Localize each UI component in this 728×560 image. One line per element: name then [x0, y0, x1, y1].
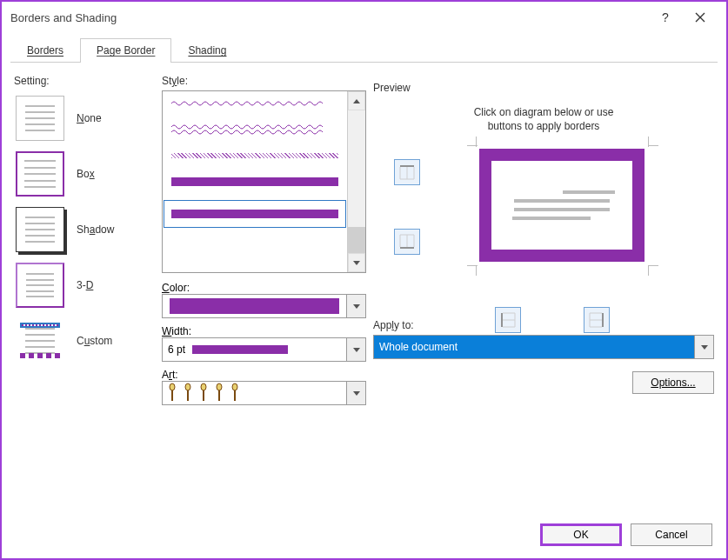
apply-to-label: Apply to:	[373, 319, 714, 331]
apply-to-value: Whole document	[374, 336, 694, 358]
style-option-hatched[interactable]	[168, 149, 342, 163]
style-option-solid-selected[interactable]	[164, 201, 345, 227]
preview-legend: Preview	[373, 82, 714, 94]
style-list[interactable]	[162, 90, 366, 273]
chevron-down-icon	[353, 304, 360, 309]
svg-rect-9	[234, 390, 236, 401]
cancel-button[interactable]: Cancel	[631, 523, 712, 546]
chevron-down-icon	[353, 261, 360, 265]
tab-page-border[interactable]: Page Border	[80, 38, 171, 62]
preview-hint-line2: buttons to apply borders	[488, 120, 600, 132]
setting-shadow-label: Shadow	[77, 223, 114, 236]
art-feather-icon	[184, 383, 192, 403]
style-option-wave-thin[interactable]	[168, 97, 342, 110]
svg-point-0	[170, 383, 175, 390]
svg-rect-20	[501, 313, 503, 327]
apply-to-dropdown-button[interactable]	[694, 336, 713, 358]
width-dropdown-button[interactable]	[346, 338, 365, 361]
setting-label: Setting:	[14, 75, 155, 87]
svg-point-8	[232, 383, 237, 390]
preview-tick	[648, 137, 649, 147]
apply-to-combo[interactable]: Whole document	[373, 335, 714, 359]
preview-tick	[648, 265, 649, 276]
setting-shadow-thumb	[16, 207, 64, 252]
preview-tick	[476, 265, 477, 276]
setting-none-thumb	[16, 96, 64, 141]
art-feather-icon	[215, 383, 224, 403]
art-combo[interactable]	[162, 381, 366, 405]
preview-tick	[648, 265, 658, 266]
scroll-handle[interactable]	[348, 227, 365, 253]
preview-tick	[476, 137, 477, 147]
color-dropdown-button[interactable]	[346, 295, 365, 317]
chevron-up-icon	[353, 99, 360, 103]
width-value: 6 pt	[168, 343, 185, 356]
tab-shading-label: Shading	[188, 44, 226, 57]
scroll-up-button[interactable]	[348, 91, 365, 110]
setting-3d[interactable]: 3-D	[14, 261, 155, 310]
border-top-icon	[399, 164, 415, 180]
setting-none-label: None	[77, 112, 102, 124]
style-option-solid-1[interactable]	[168, 175, 342, 189]
svg-rect-10	[400, 165, 414, 167]
setting-shadow[interactable]: Shadow	[14, 205, 155, 254]
border-right-icon	[589, 312, 604, 328]
svg-point-4	[201, 383, 206, 390]
cancel-button-label: Cancel	[655, 529, 687, 541]
window-title: Borders and Shading	[10, 11, 648, 24]
chevron-down-icon	[353, 391, 360, 396]
svg-point-6	[217, 383, 222, 390]
setting-none[interactable]: None	[14, 94, 155, 143]
svg-point-2	[185, 383, 190, 390]
art-label: Art:	[162, 369, 366, 381]
border-right-button[interactable]	[584, 307, 610, 333]
preview-page[interactable]	[479, 149, 645, 262]
scroll-track[interactable]	[348, 110, 365, 253]
color-swatch	[170, 298, 339, 314]
border-bottom-icon	[399, 234, 415, 250]
art-feather-icon	[230, 383, 239, 403]
setting-box[interactable]: Box	[14, 150, 155, 198]
setting-3d-label: 3-D	[77, 279, 93, 291]
svg-rect-3	[187, 390, 189, 401]
svg-rect-5	[203, 390, 204, 401]
border-left-icon	[500, 312, 516, 328]
close-button[interactable]	[683, 12, 718, 23]
setting-3d-thumb	[16, 263, 64, 308]
svg-rect-15	[400, 247, 414, 249]
options-button-label: Options...	[651, 377, 695, 389]
style-label: Style:	[162, 75, 366, 87]
art-dropdown-button[interactable]	[346, 382, 365, 404]
border-left-button[interactable]	[495, 307, 521, 333]
borders-shading-dialog: Borders and Shading ? Borders Page Borde…	[0, 0, 728, 560]
preview-tick	[648, 145, 658, 146]
tab-borders[interactable]: Borders	[10, 38, 80, 62]
ok-button[interactable]: OK	[540, 523, 622, 546]
preview-diagram[interactable]	[373, 142, 714, 316]
preview-hint-line1: Click on diagram below or use	[474, 106, 614, 118]
setting-box-label: Box	[77, 168, 95, 180]
svg-rect-1	[171, 390, 173, 401]
tab-shading[interactable]: Shading	[171, 38, 243, 62]
color-combo[interactable]	[162, 294, 366, 318]
options-button[interactable]: Options...	[632, 371, 714, 394]
border-top-button[interactable]	[394, 159, 420, 185]
titlebar: Borders and Shading ?	[2, 2, 726, 33]
color-label: Color:	[162, 282, 366, 294]
dialog-footer: OK Cancel	[2, 515, 726, 558]
art-feather-icon	[199, 383, 208, 403]
width-combo[interactable]: 6 pt	[162, 337, 366, 362]
help-button[interactable]: ?	[648, 10, 683, 24]
chevron-down-icon	[701, 345, 708, 350]
border-bottom-button[interactable]	[394, 229, 420, 255]
style-scrollbar[interactable]	[347, 91, 365, 272]
setting-custom-label: Custom	[77, 335, 112, 347]
tab-page-border-label: Page Border	[97, 44, 155, 57]
setting-custom-thumb	[16, 318, 64, 363]
scroll-down-button[interactable]	[348, 253, 365, 272]
ok-button-label: OK	[573, 529, 588, 541]
style-option-wave-double[interactable]	[168, 123, 342, 137]
setting-custom[interactable]: Custom	[14, 317, 155, 365]
art-feather-icon	[168, 383, 177, 403]
svg-rect-7	[218, 390, 220, 401]
